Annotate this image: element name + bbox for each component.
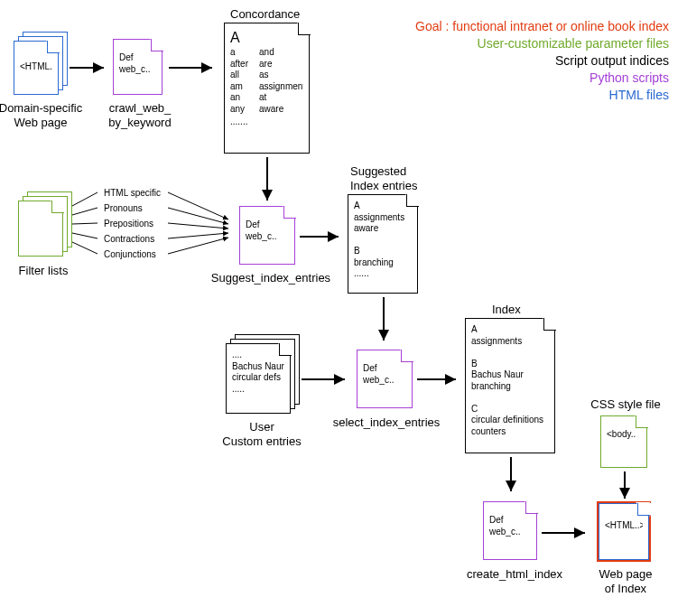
crawl-script-node: Def web_c.. (113, 39, 162, 95)
select-script-label: select_index_entries (328, 415, 445, 430)
arrow-crawl-to-concordance (167, 59, 221, 77)
user-custom-node: .... Bachus Naur circular defs ..... (226, 343, 291, 414)
svg-line-4 (72, 208, 97, 215)
crawl-script-snippet: Def web_c.. (119, 52, 156, 89)
arrow-usercustom-to-select (300, 370, 354, 388)
css-file-snippet: <body.. (607, 429, 641, 462)
index-node: A assignments B Bachus Naur branching C … (465, 318, 555, 453)
arrow-css-to-webpage (616, 470, 634, 506)
legend-python: Python scripts (415, 70, 669, 87)
diagram-canvas: { "legend": { "goal": "Goal : functional… (0, 0, 687, 616)
css-file-label: CSS style file (585, 397, 666, 412)
svg-line-11 (168, 233, 228, 238)
svg-line-12 (168, 238, 228, 254)
filter-line-pronouns: Pronouns (104, 201, 161, 216)
legend: Goal : functional intranet or online boo… (415, 18, 669, 103)
domain-webpage-label: Domain-specific Web page (0, 101, 86, 129)
filter-lists-label: Filter lists (7, 264, 79, 278)
select-script-node: Def web_c.. (357, 350, 413, 408)
webpage-index-label: Web page of Index (585, 567, 666, 595)
index-label: Index (492, 303, 546, 317)
createhtml-script-label: create_html_index (460, 567, 569, 582)
select-script-snippet: Def web_c.. (363, 363, 406, 402)
suggested-node: A assignments aware B branching ...... (348, 194, 418, 294)
suggested-label: Suggested Index entries (350, 164, 441, 192)
arrow-index-to-createhtml (502, 455, 520, 500)
css-file-node: <body.. (600, 415, 647, 468)
webpage-index-snippet: <HTML..> (605, 520, 643, 554)
svg-line-8 (168, 192, 228, 219)
index-body: A assignments B Bachus Naur branching C … (471, 324, 549, 447)
legend-html: HTML files (415, 87, 669, 104)
arrow-concordance-to-suggest (258, 155, 276, 210)
svg-line-10 (168, 223, 228, 229)
concordance-node: A a after all am an any and are as assig… (224, 23, 310, 154)
webpage-index-node: <HTML..> (599, 503, 649, 560)
legend-param: User-customizable parameter files (415, 35, 669, 52)
domain-webpage-node: <HTML..> (14, 41, 59, 95)
filter-list-lines: HTML specific Pronouns Prepositions Cont… (104, 185, 161, 262)
filter-lists-node (18, 201, 63, 257)
arrow-domain-to-crawl (68, 59, 113, 77)
legend-goal: Goal : functional intranet or online boo… (415, 18, 669, 35)
suggest-script-snippet: Def web_c.. (246, 219, 289, 258)
suggested-body: A assignments aware B branching ...... (354, 201, 412, 287)
user-custom-body: .... Bachus Naur circular defs ..... (232, 350, 284, 407)
suggest-script-label: Suggest_index_entries (208, 271, 334, 285)
filter-line-html: HTML specific (104, 185, 161, 201)
createhtml-script-snippet: Def web_c.. (489, 515, 531, 554)
svg-line-5 (72, 223, 97, 224)
svg-line-6 (72, 233, 97, 238)
suggest-script-node: Def web_c.. (239, 206, 295, 265)
svg-line-7 (72, 242, 97, 254)
concordance-col1: a after all am an any (230, 47, 248, 115)
concordance-col2: and are as assignments at aware (259, 47, 303, 115)
concordance-label: Concordance (230, 7, 320, 22)
arrow-suggest-to-suggested (298, 228, 348, 246)
user-custom-label: User Custom entries (217, 420, 307, 448)
arrow-suggested-to-select (375, 295, 393, 350)
svg-line-3 (72, 192, 97, 206)
svg-line-9 (168, 208, 228, 224)
filter-line-prepositions: Prepositions (104, 216, 161, 231)
createhtml-script-node: Def web_c.. (483, 501, 537, 560)
concordance-heading: A (230, 29, 303, 47)
arrow-createhtml-to-webpage (540, 524, 594, 542)
crawl-script-label: crawl_web_ by_keyword (99, 101, 181, 129)
domain-webpage-snippet: <HTML..> (20, 61, 52, 89)
legend-output: Script output indices (415, 52, 669, 70)
filter-line-conjunctions: Conjunctions (104, 247, 161, 262)
concordance-dots: ....... (230, 117, 303, 128)
filter-line-contractions: Contractions (104, 231, 161, 247)
arrow-select-to-index (415, 370, 465, 388)
